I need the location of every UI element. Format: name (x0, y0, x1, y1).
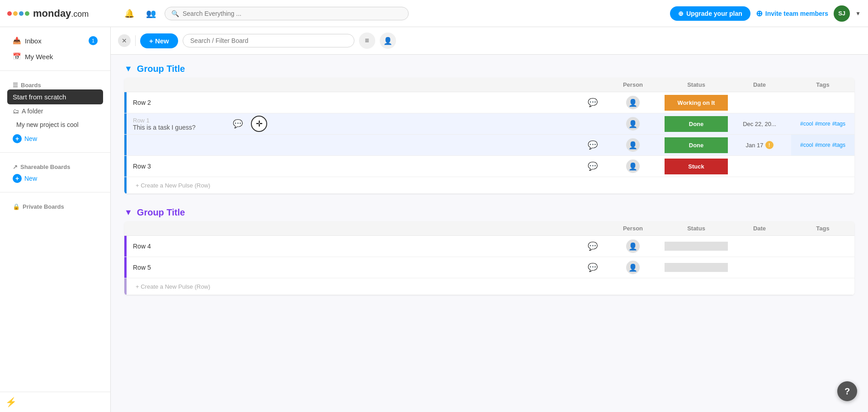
myweek-icon: 📅 (13, 52, 21, 61)
help-button[interactable]: ? (837, 381, 857, 401)
upgrade-button[interactable]: ⊕ Upgrade your plan (670, 6, 750, 21)
row-person-cell: 👤 (601, 257, 665, 278)
close-button[interactable]: ✕ (118, 34, 131, 47)
avatar-dropdown-chevron[interactable]: ▼ (855, 10, 861, 17)
person-filter-btn[interactable]: 👤 (380, 33, 396, 49)
shareable-label-text: Shareable Boards (20, 164, 71, 170)
table-row: Row 2 💬 👤 Working on It (124, 92, 854, 113)
person-avatar[interactable]: 👤 (626, 261, 640, 274)
row-chat-icon[interactable]: 💬 (584, 98, 601, 108)
filter-input[interactable] (190, 37, 347, 44)
sidebar-item-inbox[interactable]: 📥 Inbox 1 (7, 33, 103, 49)
tags-container: #cool #more #tags (791, 117, 854, 131)
info-icon[interactable]: ! (765, 141, 774, 149)
create-pulse-inner: + Create a New Pulse (Row) (124, 278, 854, 295)
folder-label: A folder (22, 108, 43, 115)
logo-dots (7, 11, 29, 16)
search-input[interactable] (183, 10, 402, 17)
group-1-chevron[interactable]: ▼ (124, 64, 132, 74)
person-avatar[interactable]: 👤 (626, 138, 640, 152)
main-layout: 📥 Inbox 1 📅 My Week ☰ Boards Start from … (0, 27, 868, 412)
group-2-chevron[interactable]: ▼ (124, 208, 132, 217)
start-from-scratch-label: Start from scratch (13, 93, 66, 101)
invite-button[interactable]: ⊕ Invite team members (756, 9, 828, 19)
sidebar-myweek-label: My Week (25, 53, 53, 61)
row-name-ghost (127, 140, 584, 150)
sidebar-divider-2 (0, 152, 110, 153)
status-badge[interactable]: Working on It (665, 95, 728, 111)
sidebar-folder[interactable]: 🗂 A folder (7, 104, 103, 118)
person-avatar[interactable]: 👤 (626, 96, 640, 109)
filter-icon-btn[interactable]: ≡ (359, 33, 375, 49)
team-button[interactable]: 👥 (143, 5, 159, 22)
row-sub-name: This is a task I guess? (133, 124, 196, 131)
col-status-header: Status (665, 78, 728, 92)
tag-item[interactable]: #tags (832, 121, 845, 127)
project-label: My new project is cool (16, 121, 79, 128)
row-status-cell (665, 236, 728, 257)
help-label: ? (844, 386, 850, 397)
new-button[interactable]: + New (140, 33, 178, 48)
sidebar-boards-label: ☰ Boards (7, 79, 103, 89)
tag-item[interactable]: #tags (832, 142, 845, 148)
sidebar-item-myweek[interactable]: 📅 My Week (7, 49, 103, 64)
avatar[interactable]: SJ (834, 5, 850, 22)
sidebar-shareable-section: ↗ Shareable Boards + New (0, 155, 110, 189)
row-name-inner: Row 4 💬 (124, 236, 601, 257)
row-name-cell: Row 4 💬 (124, 236, 601, 257)
group-1-title[interactable]: Group Title (137, 64, 185, 74)
group-1: ▼ Group Title Person Status Date Tags (124, 64, 854, 194)
create-pulse-cell: + Create a New Pulse (Row) (124, 278, 854, 295)
status-badge (665, 263, 728, 272)
status-badge: Done (665, 137, 728, 153)
global-search-bar[interactable]: 🔍 (165, 7, 409, 20)
row-name-text: Row 3 (127, 157, 584, 175)
row-name-inner: Row 3 💬 (124, 156, 601, 177)
person-avatar[interactable]: 👤 (626, 239, 640, 253)
create-pulse-btn[interactable]: + Create a New Pulse (Row) (127, 279, 217, 295)
sidebar-new-board-btn[interactable]: + New (7, 131, 103, 146)
upgrade-icon: ⊕ (678, 10, 684, 17)
sidebar-item-start-from-scratch[interactable]: Start from scratch (7, 89, 103, 104)
table-row: Row 3 💬 👤 Stuck (124, 156, 854, 177)
row-status-cell: Stuck (665, 156, 728, 177)
create-pulse-inner: + Create a New Pulse (Row) (124, 177, 854, 193)
status-badge (665, 242, 728, 251)
lock-icon: 🔒 (13, 203, 20, 210)
col-date-header: Date (728, 221, 791, 236)
sidebar-shareable-new-btn[interactable]: + New (7, 171, 103, 186)
private-label-text: Private Boards (23, 203, 64, 210)
toolbar-divider (135, 35, 136, 46)
status-badge[interactable]: Stuck (665, 159, 728, 174)
tag-item[interactable]: #cool (800, 142, 813, 148)
invite-label: Invite team members (765, 10, 828, 17)
tag-item[interactable]: #more (815, 121, 830, 127)
row-name-cell: Row 2 💬 (124, 92, 601, 113)
group-2-title[interactable]: Group Title (137, 207, 185, 218)
row-chat-icon[interactable]: 💬 (584, 241, 601, 251)
logo-dot-yellow (13, 11, 18, 16)
row-chat-icon[interactable]: 💬 (584, 140, 601, 150)
tag-item[interactable]: #more (815, 142, 830, 148)
row-chat-icon[interactable]: 💬 (584, 161, 601, 171)
status-badge[interactable]: Done (665, 116, 728, 132)
sidebar-project-item[interactable]: My new project is cool (7, 118, 103, 131)
person-avatar[interactable]: 👤 (626, 117, 640, 131)
person-avatar[interactable]: 👤 (626, 159, 640, 173)
create-pulse-btn[interactable]: + Create a New Pulse (Row) (127, 178, 217, 193)
upgrade-label: Upgrade your plan (686, 10, 742, 17)
row-chat-icon[interactable]: 💬 (229, 119, 246, 129)
col-date-header: Date (728, 78, 791, 92)
row-chat-icon[interactable]: 💬 (584, 262, 601, 272)
sidebar-divider-1 (0, 70, 110, 71)
table-row: Row 1 This is a task I guess? ✛ 💬 👤 (124, 113, 854, 135)
group-2-header-row: Person Status Date Tags (124, 221, 854, 236)
tag-item[interactable]: #cool (800, 121, 813, 127)
sidebar-shareable-label: ↗ Shareable Boards (7, 161, 103, 171)
row-date-cell (728, 257, 791, 278)
col-person-header: Person (601, 78, 665, 92)
new-board-label: New (24, 135, 37, 142)
filter-search-bar[interactable] (183, 34, 354, 47)
drag-handle[interactable]: ✛ (251, 116, 267, 132)
notifications-button[interactable]: 🔔 (121, 5, 137, 22)
